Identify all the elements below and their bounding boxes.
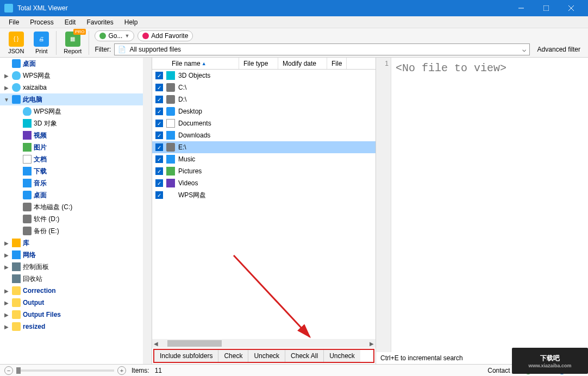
checkbox[interactable]: ✓ bbox=[155, 155, 163, 163]
expand-icon[interactable]: ▶ bbox=[3, 264, 10, 270]
menu-file[interactable]: File bbox=[3, 17, 24, 28]
file-row[interactable]: ✓Videos bbox=[152, 177, 376, 189]
file-row[interactable]: ✓Music bbox=[152, 153, 376, 165]
expand-icon[interactable]: ▶ bbox=[3, 73, 10, 79]
col-modifydate[interactable]: Modify date bbox=[278, 58, 327, 69]
chevron-down-icon: ⌵ bbox=[522, 46, 526, 53]
tree-item[interactable]: 回收站 bbox=[0, 273, 152, 285]
tree-item[interactable]: ▶WPS网盘 bbox=[0, 70, 152, 82]
expand-icon[interactable]: ▶ bbox=[3, 85, 10, 91]
zoom-in-button[interactable]: + bbox=[117, 366, 126, 375]
checkbox[interactable]: ✓ bbox=[155, 191, 163, 199]
file-row[interactable]: ✓E:\ bbox=[152, 141, 376, 153]
file-row[interactable]: ✓WPS网盘 bbox=[152, 189, 376, 201]
go-button[interactable]: Go... ▼ bbox=[95, 30, 134, 41]
zoom-slider[interactable] bbox=[16, 369, 114, 372]
tree-item[interactable]: 备份 (E:) bbox=[0, 225, 152, 237]
file-label: WPS网盘 bbox=[178, 191, 206, 200]
checkbox[interactable]: ✓ bbox=[155, 72, 163, 79]
filter-select[interactable]: 📄 All supported files ⌵ bbox=[114, 43, 529, 55]
toolbar: { } JSON 🖨 Print PRO ▦ Report Go... ▼ Ad… bbox=[0, 28, 588, 58]
expand-icon[interactable]: ▶ bbox=[3, 324, 10, 330]
menu-favorites[interactable]: Favorites bbox=[81, 17, 118, 28]
separator bbox=[89, 31, 89, 55]
add-favorite-button[interactable]: Add Favorite bbox=[137, 30, 193, 41]
expand-icon[interactable]: ▶ bbox=[3, 288, 10, 294]
tree-item[interactable]: 下载 bbox=[0, 165, 152, 177]
tree-item[interactable]: 文档 bbox=[0, 153, 152, 165]
file-label: D:\ bbox=[178, 96, 186, 103]
file-row[interactable]: ✓D:\ bbox=[152, 93, 376, 105]
json-button[interactable]: { } JSON bbox=[3, 29, 29, 57]
checkbox[interactable]: ✓ bbox=[155, 120, 163, 127]
checkbox[interactable]: ✓ bbox=[155, 84, 163, 91]
tree-item[interactable]: 视频 bbox=[0, 129, 152, 141]
folder-tree[interactable]: 桌面▶WPS网盘▶xaizaiba▼此电脑WPS网盘3D 对象视频图片文档下载音… bbox=[0, 58, 152, 364]
tree-item[interactable]: 软件 (D:) bbox=[0, 213, 152, 225]
file-icon bbox=[166, 191, 175, 199]
checkbox[interactable]: ✓ bbox=[155, 108, 163, 115]
tree-item[interactable]: ▶Correction bbox=[0, 285, 152, 297]
file-row[interactable]: ✓Pictures bbox=[152, 165, 376, 177]
horizontal-scrollbar[interactable]: ◀ ▶ bbox=[152, 339, 376, 348]
advanced-filter-link[interactable]: Advanced filter bbox=[533, 46, 585, 53]
expand-icon[interactable]: ▶ bbox=[3, 300, 10, 306]
tree-item[interactable]: ▶控制面板 bbox=[0, 261, 152, 273]
tree-item[interactable]: 本地磁盘 (C:) bbox=[0, 201, 152, 213]
tree-item[interactable]: ▶resized bbox=[0, 321, 152, 333]
uncheck-button[interactable]: Uncheck bbox=[248, 350, 285, 362]
tree-item[interactable]: 3D 对象 bbox=[0, 117, 152, 129]
col-filetype[interactable]: File type bbox=[239, 58, 278, 69]
scroll-left-icon[interactable]: ◀ bbox=[152, 341, 160, 347]
items-label: Items: bbox=[132, 367, 149, 374]
zoom-out-button[interactable]: − bbox=[4, 366, 13, 375]
tree-item[interactable]: ▶库 bbox=[0, 237, 152, 249]
scrollbar[interactable] bbox=[143, 58, 152, 364]
expand-icon[interactable]: ▶ bbox=[3, 312, 10, 318]
close-button[interactable] bbox=[559, 0, 584, 16]
file-label: Desktop bbox=[178, 108, 202, 115]
check-button[interactable]: Check bbox=[218, 350, 248, 362]
check-all-button[interactable]: Check All bbox=[285, 350, 324, 362]
menu-help[interactable]: Help bbox=[119, 17, 143, 28]
menu-process[interactable]: Process bbox=[24, 17, 59, 28]
scroll-right-icon[interactable]: ▶ bbox=[368, 341, 376, 347]
tree-item[interactable]: ▶xaizaiba bbox=[0, 82, 152, 93]
checkbox[interactable]: ✓ bbox=[155, 167, 163, 175]
tree-item[interactable]: ▶Output bbox=[0, 297, 152, 309]
expand-icon[interactable]: ▶ bbox=[3, 252, 10, 258]
maximize-button[interactable] bbox=[534, 0, 559, 16]
expand-icon[interactable]: ▼ bbox=[3, 97, 10, 103]
expand-icon[interactable]: ▶ bbox=[3, 240, 10, 246]
minimize-button[interactable] bbox=[509, 0, 534, 16]
file-row[interactable]: ✓Desktop bbox=[152, 105, 376, 117]
tree-item[interactable]: 音乐 bbox=[0, 177, 152, 189]
file-list-header: File name ▲ File type Modify date File bbox=[152, 58, 376, 70]
checkbox[interactable]: ✓ bbox=[155, 96, 163, 103]
include-subfolders-button[interactable]: Include subfolders bbox=[154, 350, 218, 362]
tree-item[interactable]: ▶Output Files bbox=[0, 309, 152, 321]
tree-item[interactable]: 桌面 bbox=[0, 189, 152, 201]
file-row[interactable]: ✓Downloads bbox=[152, 129, 376, 141]
checkbox[interactable]: ✓ bbox=[155, 131, 163, 139]
menu-edit[interactable]: Edit bbox=[59, 17, 82, 28]
col-filename[interactable]: File name ▲ bbox=[152, 58, 239, 69]
uncheck-all-button[interactable]: Uncheck bbox=[324, 350, 360, 362]
col-filesize[interactable]: File bbox=[327, 58, 347, 69]
file-list[interactable]: ✓3D Objects✓C:\✓D:\✓Desktop✓Documents✓Do… bbox=[152, 70, 376, 339]
checkbox[interactable]: ✓ bbox=[155, 179, 163, 187]
tree-item[interactable]: 图片 bbox=[0, 141, 152, 153]
tree-item[interactable]: ▶网络 bbox=[0, 249, 152, 261]
report-button[interactable]: PRO ▦ Report bbox=[59, 29, 86, 57]
tree-item[interactable]: 桌面 bbox=[0, 58, 152, 70]
file-label: E:\ bbox=[178, 143, 186, 151]
scroll-thumb[interactable] bbox=[167, 340, 222, 347]
tree-item[interactable]: WPS网盘 bbox=[0, 105, 152, 117]
file-row[interactable]: ✓3D Objects bbox=[152, 70, 376, 82]
tree-item[interactable]: ▼此电脑 bbox=[0, 93, 152, 105]
print-button[interactable]: 🖨 Print bbox=[29, 29, 54, 57]
file-row[interactable]: ✓C:\ bbox=[152, 82, 376, 93]
file-row[interactable]: ✓Documents bbox=[152, 117, 376, 129]
file-label: 3D Objects bbox=[178, 72, 210, 79]
checkbox[interactable]: ✓ bbox=[155, 143, 163, 151]
